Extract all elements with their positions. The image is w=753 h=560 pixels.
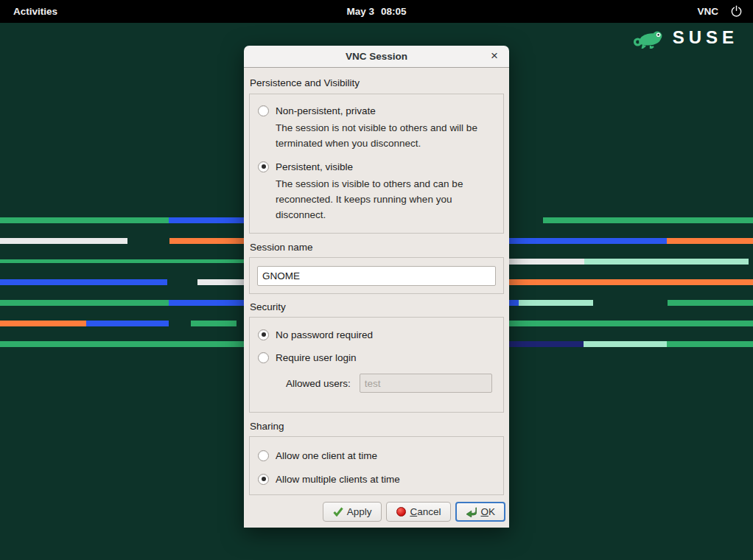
session-name-frame xyxy=(249,257,504,294)
wallpaper-stripe xyxy=(508,279,753,285)
radio-persistent[interactable]: Persistent, visible xyxy=(258,160,495,173)
radio-non-persistent[interactable]: Non-persistent, private xyxy=(258,104,495,117)
allowed-users-label: Allowed users: xyxy=(286,378,351,389)
ok-arrow-icon xyxy=(466,507,477,517)
wallpaper-stripe xyxy=(169,217,244,223)
dialog-titlebar[interactable]: VNC Session × xyxy=(244,46,509,68)
radio-icon-selected[interactable] xyxy=(258,161,269,172)
dialog-body: Persistence and Visibility Non-persisten… xyxy=(244,68,509,528)
wallpaper-stripe xyxy=(0,259,244,263)
wallpaper-stripe xyxy=(169,238,244,244)
allowed-users-row: Allowed users: xyxy=(286,374,495,393)
non-persistent-description: The session is not visible to others and… xyxy=(276,120,498,151)
wallpaper-stripe xyxy=(169,300,244,306)
activities-button[interactable]: Activities xyxy=(13,0,57,23)
radio-multiple-clients[interactable]: Allow multiple clients at time xyxy=(258,472,495,486)
check-icon xyxy=(333,507,343,517)
wallpaper-stripe xyxy=(86,321,169,326)
cancel-icon xyxy=(396,507,406,517)
wallpaper-stripe xyxy=(508,341,584,347)
persistent-description: The session is visible to others and can… xyxy=(276,176,498,223)
ok-button[interactable]: OK xyxy=(455,502,505,522)
gnome-top-bar: Activities May 3 08:05 VNC xyxy=(0,0,753,23)
persistence-frame: Non-persistent, private The session is n… xyxy=(249,94,504,234)
sharing-frame: Allow one client at time Allow multiple … xyxy=(249,436,504,495)
vnc-session-dialog: VNC Session × Persistence and Visibility… xyxy=(244,46,509,528)
dialog-title: VNC Session xyxy=(346,51,407,62)
time-label: 08:05 xyxy=(381,0,407,23)
power-icon[interactable] xyxy=(730,5,743,18)
wallpaper-stripe xyxy=(508,300,519,306)
session-name-section-label: Session name xyxy=(250,242,313,253)
radio-one-client[interactable]: Allow one client at time xyxy=(258,449,495,462)
suse-logo-text: SUSE xyxy=(673,27,738,48)
radio-icon[interactable] xyxy=(258,105,269,116)
clock[interactable]: May 3 08:05 xyxy=(346,0,406,23)
security-frame: No password required Require user login … xyxy=(249,317,504,413)
suse-chameleon-icon xyxy=(633,27,665,49)
wallpaper-stripe xyxy=(0,279,167,285)
wallpaper-stripe xyxy=(508,259,584,265)
apply-button[interactable]: Apply xyxy=(323,502,382,522)
session-name-input[interactable] xyxy=(257,266,496,286)
radio-icon-selected[interactable] xyxy=(258,474,269,485)
wallpaper-stripe xyxy=(519,300,593,306)
wallpaper-stripe xyxy=(584,341,667,347)
wallpaper-stripe xyxy=(197,279,244,285)
radio-icon-selected[interactable] xyxy=(258,329,269,340)
radio-no-password[interactable]: No password required xyxy=(258,328,495,341)
cancel-button[interactable]: Cancel xyxy=(386,502,451,522)
wallpaper-stripe xyxy=(0,300,169,306)
wallpaper-stripe xyxy=(0,238,127,244)
radio-require-login[interactable]: Require user login xyxy=(258,351,495,364)
wallpaper-stripe xyxy=(0,341,244,347)
vnc-indicator[interactable]: VNC xyxy=(697,6,718,17)
wallpaper-stripe xyxy=(668,300,753,306)
radio-icon[interactable] xyxy=(258,450,269,461)
wallpaper-stripe xyxy=(667,238,753,244)
wallpaper-stripe xyxy=(543,217,753,223)
wallpaper-stripe xyxy=(0,217,169,223)
wallpaper-stripe xyxy=(584,259,749,265)
security-section-label: Security xyxy=(250,301,286,313)
wallpaper-stripe xyxy=(508,321,753,326)
wallpaper-stripe xyxy=(191,321,237,326)
date-label: May 3 xyxy=(346,0,374,23)
radio-icon[interactable] xyxy=(258,352,269,363)
wallpaper-stripe xyxy=(667,341,753,347)
sharing-section-label: Sharing xyxy=(250,421,284,433)
allowed-users-input xyxy=(360,374,492,393)
persistence-section-label: Persistence and Visibility xyxy=(250,77,360,89)
wallpaper-stripe xyxy=(508,238,667,244)
suse-logo: SUSE xyxy=(633,27,738,49)
wallpaper-stripe xyxy=(0,321,86,326)
close-icon[interactable]: × xyxy=(487,49,502,63)
dialog-button-row: Apply Cancel OK xyxy=(323,502,505,522)
system-status-area[interactable]: VNC xyxy=(697,0,743,23)
